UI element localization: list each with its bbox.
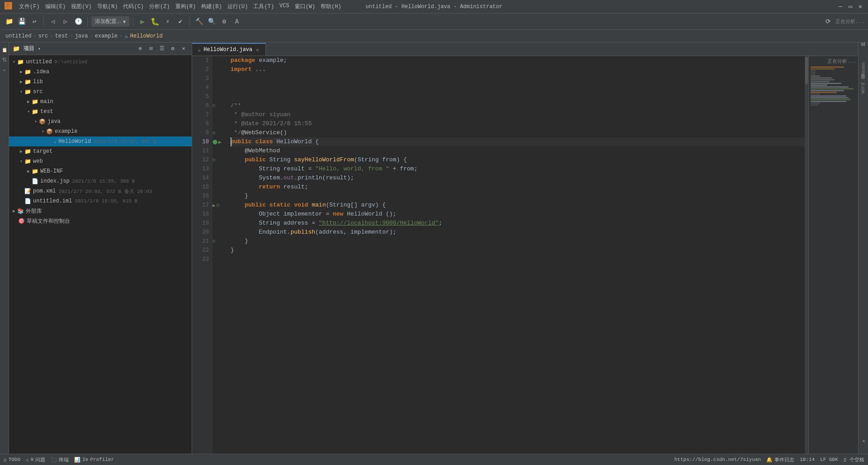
tab-helloworld[interactable]: ☕ HelloWorld.java ✕ — [192, 43, 266, 56]
recent-files-button[interactable]: 🕐 — [73, 16, 84, 27]
bookmark-icon[interactable]: ★ — [0, 66, 9, 74]
collapse-all-button[interactable]: ⊟ — [146, 44, 156, 53]
menu-refactor[interactable]: 重构(R) — [175, 3, 196, 10]
breadcrumb-item-java[interactable]: java — [75, 33, 88, 39]
add-config-button[interactable]: 添加配置... ▾ — [91, 16, 129, 27]
right-icon-4[interactable]: ★ — [859, 437, 868, 445]
tree-item-indexjsp[interactable]: 📄 index.jsp 2021/2/8 15:55, 309 B — [9, 176, 192, 186]
tree-item-webinf[interactable]: ▶ 📁 WEB-INF — [9, 166, 192, 176]
tree-item-lib[interactable]: ▶ 📁 lib — [9, 77, 192, 87]
maximize-button[interactable]: ▭ — [847, 4, 854, 10]
tree-item-iml[interactable]: 📄 untitled.iml 2021/2/8 15:55, 815 B — [9, 196, 192, 206]
fold-marker-17[interactable]: ⊟ — [217, 202, 219, 208]
forward-button[interactable]: ▷ — [60, 16, 71, 27]
menu-vcs[interactable]: VCS — [279, 3, 289, 10]
tree-item-pomxml[interactable]: 📝 pom.xml 2021/2/7 20:03, 572 B 备天 20:03 — [9, 186, 192, 196]
menu-bar[interactable]: 文件(F) 编辑(E) 视图(V) 导航(N) 代码(C) 分析(Z) 重构(R… — [19, 3, 341, 10]
right-icon-1[interactable]: 结构 — [859, 46, 868, 54]
terminal-item[interactable]: ⬛ 终端 — [51, 456, 69, 463]
locate-file-button[interactable]: ⊕ — [136, 44, 145, 53]
open-file-button[interactable]: 📁 — [4, 16, 14, 27]
tree-item-idea[interactable]: ▶ 📁 .idea — [9, 67, 192, 77]
menu-help[interactable]: 帮助(H) — [321, 3, 341, 10]
fold-marker-21[interactable]: ⊟ — [212, 239, 215, 244]
problem-item[interactable]: ⚠ 0 问题 — [26, 456, 45, 463]
settings-button[interactable]: ⚙ — [168, 44, 177, 53]
undo-button[interactable]: ↩ — [29, 16, 40, 27]
run-button[interactable]: ▶ — [137, 16, 148, 27]
tree-label-idea: .idea — [33, 69, 49, 75]
menu-file[interactable]: 文件(F) — [19, 3, 40, 10]
breadcrumb-item-helloworld[interactable]: HelloWorld — [130, 33, 163, 39]
tree-item-java[interactable]: ▾ 📦 java — [9, 117, 192, 127]
cursor-position[interactable]: 10:14 — [800, 457, 815, 462]
indent-info[interactable]: 2 个空格 — [844, 456, 864, 463]
tree-item-target[interactable]: ▶ 📁 target — [9, 146, 192, 156]
code-editor[interactable]: 1 2 3 4 5 6 7 8 9 10 11 12 13 14 15 16 1… — [192, 56, 858, 454]
menu-build[interactable]: 构建(B) — [201, 3, 222, 10]
window-controls[interactable]: ─ ▭ ✕ — [837, 4, 863, 10]
profile-button[interactable]: ⚡ — [162, 16, 173, 27]
breadcrumb-item-example[interactable]: example — [95, 33, 118, 39]
back-button[interactable]: ◁ — [47, 16, 58, 27]
profiler-item[interactable]: 📊 Ie Profiler — [74, 457, 114, 463]
menu-analyze[interactable]: 分析(Z) — [149, 3, 170, 10]
menu-code[interactable]: 代码(C) — [123, 3, 144, 10]
menu-run[interactable]: 运行(U) — [227, 3, 248, 10]
tree-item-main[interactable]: ▶ 📁 main — [9, 97, 192, 107]
menu-view[interactable]: 视图(V) — [71, 3, 92, 10]
breadcrumb-item-src[interactable]: src — [38, 33, 48, 39]
hide-panel-button[interactable]: ✕ — [179, 44, 188, 53]
notification-item[interactable]: 🔔 事件日志 — [766, 456, 794, 463]
menu-tools[interactable]: 工具(T) — [253, 3, 274, 10]
line-ending[interactable]: LF GBK — [820, 457, 838, 462]
git-link[interactable]: https://blog.csdn.net/7siyuan — [675, 457, 761, 462]
tree-item-src[interactable]: ▾ 📁 src — [9, 87, 192, 97]
build-button[interactable]: 🔨 — [193, 16, 204, 27]
run-arrow-17[interactable]: ▶ — [212, 202, 216, 208]
scrollbar-thumb[interactable] — [805, 57, 808, 84]
bell-icon: 🔔 — [766, 457, 773, 463]
tree-item-test[interactable]: ▾ 📁 test — [9, 107, 192, 117]
breadcrumb-item-test[interactable]: test — [55, 33, 68, 39]
coverage-button[interactable]: ✔ — [175, 16, 186, 27]
save-button[interactable]: 💾 — [16, 16, 27, 27]
structure-icon[interactable]: 🏗 — [0, 56, 9, 64]
fold-marker-12[interactable]: ⊟ — [212, 157, 215, 163]
todo-item[interactable]: ☑ TODO — [4, 457, 20, 463]
minimize-button[interactable]: ─ — [837, 4, 844, 10]
tree-item-helloworld[interactable]: ☕ HelloWorld 2021/2/8 15:55, 557 B — [9, 136, 192, 146]
right-icon-3[interactable]: Word提示 — [859, 84, 868, 92]
menu-window[interactable]: 窗口(W) — [295, 3, 316, 10]
breadcrumb-item-untitled[interactable]: untitled — [5, 33, 32, 39]
tree-item-web[interactable]: ▾ 📁 web — [9, 156, 192, 166]
tree-item-external-libs[interactable]: ▶ 📚 外部库 — [9, 206, 192, 216]
args-20: (address, implementor); — [315, 228, 396, 237]
run-indicator-10[interactable]: ⬤ — [212, 139, 217, 145]
tree-item-untitled[interactable]: ▾ 📁 untitled D:\untitled — [9, 57, 192, 67]
panel-dropdown-icon[interactable]: ▾ — [38, 46, 41, 52]
tab-close-button[interactable]: ✕ — [255, 47, 260, 53]
fold-marker-6[interactable]: ⊟ — [212, 103, 215, 108]
vertical-scrollbar[interactable] — [805, 56, 808, 454]
sync-button[interactable]: ⟳ — [823, 16, 834, 27]
ie-label: Ie — [82, 457, 88, 462]
right-icon-2[interactable]: Maven — [859, 65, 868, 73]
project-icon[interactable]: 📋 — [0, 46, 9, 54]
expand-all-button[interactable]: ☰ — [157, 44, 166, 53]
tree-item-draft[interactable]: 🎯 草稿文件和控制台 — [9, 216, 192, 226]
dropdown-icon: ▾ — [123, 19, 126, 25]
search-button[interactable]: 🔍 — [206, 16, 217, 27]
settings-button[interactable]: ⚙ — [219, 16, 230, 27]
kw-public-10: public — [231, 137, 252, 146]
tree-item-example[interactable]: ▾ 📦 example — [9, 127, 192, 136]
lf-label: LF GBK — [820, 457, 838, 462]
menu-edit[interactable]: 编辑(E) — [45, 3, 66, 10]
close-button[interactable]: ✕ — [857, 4, 863, 10]
code-content[interactable]: package example; import ... /** * — [225, 56, 805, 454]
run-arrow-10[interactable]: ▶ — [218, 139, 222, 145]
menu-navigate[interactable]: 导航(N) — [97, 3, 118, 10]
debug-button[interactable]: 🐛 — [150, 16, 160, 27]
translate-button[interactable]: A — [231, 16, 242, 27]
fold-marker-9[interactable]: ⊟ — [212, 130, 215, 136]
